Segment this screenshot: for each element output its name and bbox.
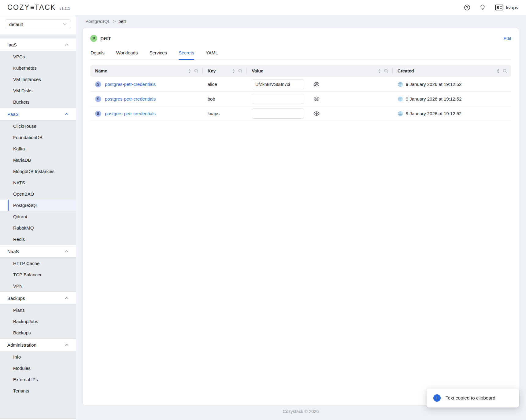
sidebar-item-mongodb-instances[interactable]: MongoDB Instances	[0, 166, 76, 177]
sort-icon[interactable]	[188, 69, 191, 73]
sidebar-section-header[interactable]: PaaS	[0, 108, 76, 120]
sidebar-item-kafka[interactable]: Kafka	[0, 143, 76, 154]
sidebar-item-postgresql[interactable]: PostgreSQL	[0, 200, 76, 211]
breadcrumb: PostgreSQL > petr	[83, 15, 519, 28]
tab-services[interactable]: Services	[149, 50, 167, 60]
sidebar-item-redis[interactable]: Redis	[0, 234, 76, 245]
secret-value-input[interactable]	[252, 109, 304, 119]
sidebar-item-tcp-balancer[interactable]: TCP Balancer	[0, 269, 76, 280]
cozystack-logo: COZY≡TACK v1.1.1	[7, 3, 70, 12]
sidebar-item-modules[interactable]: Modules	[0, 363, 76, 374]
sidebar-item-rabbitmq[interactable]: RabbitMQ	[0, 222, 76, 234]
secret-name-link[interactable]: postgres-petr-credentials	[105, 111, 156, 116]
sidebar-item-plans[interactable]: Plans	[0, 304, 76, 316]
sidebar-item-label: Backups	[13, 330, 31, 335]
sidebar-item-label: MongoDB Instances	[13, 169, 54, 174]
secret-value-input[interactable]	[252, 79, 304, 89]
toggle-visibility-button[interactable]	[313, 96, 320, 102]
info-icon: i	[433, 394, 441, 402]
sidebar-section-label: PaaS	[7, 112, 19, 117]
sidebar-section-label: IaaS	[7, 42, 17, 47]
sidebar-item-http-cache[interactable]: HTTP Cache	[0, 258, 76, 269]
sidebar-item-label: Plans	[13, 308, 25, 313]
sidebar-section-header[interactable]: Backups	[0, 292, 76, 304]
sidebar-item-foundationdb[interactable]: FoundationDB	[0, 132, 76, 143]
sidebar-item-label: MariaDB	[13, 157, 31, 163]
column-header-value: Value	[247, 65, 392, 77]
app-header: COZY≡TACK v1.1.1	[0, 0, 526, 15]
sidebar-item-vpn[interactable]: VPN	[0, 280, 76, 292]
globe-icon	[398, 82, 403, 87]
resource-avatar: P	[90, 35, 97, 42]
sidebar-item-backupjobs[interactable]: BackupJobs	[0, 316, 76, 327]
tenant-select[interactable]: default	[5, 19, 71, 29]
sidebar-item-buckets[interactable]: Buckets	[0, 96, 76, 108]
sidebar-item-label: Redis	[13, 237, 25, 242]
table-header-row: Name Key Value	[90, 65, 511, 77]
sidebar-item-backups[interactable]: Backups	[0, 327, 76, 338]
sidebar-item-label: PostgreSQL	[13, 203, 38, 208]
tab-workloads[interactable]: Workloads	[116, 50, 138, 60]
sidebar-item-label: VPN	[13, 283, 23, 289]
sidebar-section-header[interactable]: NaaS	[0, 245, 76, 257]
search-icon[interactable]	[503, 69, 507, 73]
table-row: S postgres-petr-credentials alice	[90, 77, 511, 92]
theme-lightbulb-icon[interactable]	[480, 4, 486, 11]
sidebar-item-label: Info	[13, 354, 21, 359]
sidebar-section-items: Info Modules External IPs Tenants	[0, 351, 76, 396]
sidebar-section-label: NaaS	[7, 249, 19, 254]
search-icon[interactable]	[384, 69, 388, 73]
sidebar-item-clickhouse[interactable]: ClickHouse	[0, 120, 76, 132]
sidebar-item-nats[interactable]: NATS	[0, 177, 76, 188]
sidebar-item-kubernetes[interactable]: Kubernetes	[0, 62, 76, 74]
sidebar-item-label: NATS	[13, 180, 25, 185]
sort-icon[interactable]	[232, 69, 235, 73]
search-icon[interactable]	[194, 69, 198, 73]
sidebar-item-vpcs[interactable]: VPCs	[0, 51, 76, 62]
sidebar-item-label: OpenBAO	[13, 191, 34, 197]
tab-label: Details	[91, 50, 105, 55]
sidebar-item-openbao[interactable]: OpenBAO	[0, 188, 76, 200]
created-timestamp: 9 January 2026 at 19:12:52	[406, 96, 462, 101]
sidebar-section-header[interactable]: Administration	[0, 339, 76, 351]
sidebar-section-items: HTTP Cache TCP Balancer VPN	[0, 257, 76, 292]
resource-card: P petr Edit Details Workloads Services S…	[83, 28, 519, 406]
secret-value-input[interactable]	[252, 94, 304, 104]
breadcrumb-postgresql[interactable]: PostgreSQL	[85, 19, 110, 24]
search-icon[interactable]	[238, 69, 243, 73]
tab-label: Secrets	[179, 50, 194, 55]
sidebar-item-tenants[interactable]: Tenants	[0, 385, 76, 396]
sidebar-item-info[interactable]: Info	[0, 351, 76, 363]
secret-name-link[interactable]: postgres-petr-credentials	[105, 82, 156, 87]
breadcrumb-separator: >	[113, 19, 116, 24]
sort-icon[interactable]	[378, 69, 381, 73]
column-header-key: Key	[203, 65, 247, 77]
sidebar-section-header[interactable]: IaaS	[0, 39, 76, 51]
chevron-up-icon	[65, 113, 69, 115]
sidebar-item-qdrant[interactable]: Qdrant	[0, 211, 76, 222]
sidebar-item-label: ClickHouse	[13, 123, 36, 129]
sidebar-item-label: Kafka	[13, 146, 25, 151]
sidebar-section-naas: NaaS HTTP Cache TCP Balancer VPN	[0, 245, 76, 292]
tab-label: Workloads	[116, 50, 138, 55]
chevron-down-icon	[63, 23, 67, 26]
eye-icon	[313, 97, 320, 101]
tab-bar: Details Workloads Services Secrets YAML	[90, 50, 511, 60]
tab-yaml[interactable]: YAML	[206, 50, 218, 60]
sidebar-item-label: HTTP Cache	[13, 261, 39, 266]
sort-icon[interactable]	[497, 69, 500, 73]
help-icon[interactable]	[464, 4, 470, 11]
toggle-visibility-button[interactable]	[313, 110, 320, 117]
sidebar-item-external-ips[interactable]: External IPs	[0, 374, 76, 385]
secret-name-link[interactable]: postgres-petr-credentials	[105, 96, 156, 101]
edit-button[interactable]: Edit	[503, 36, 511, 41]
tab-details[interactable]: Details	[91, 50, 105, 60]
sidebar: default IaaS VPCs Kubernetes VM Instance…	[0, 15, 76, 420]
sidebar-item-label: RabbitMQ	[13, 225, 34, 230]
toggle-visibility-button[interactable]	[313, 81, 320, 88]
sidebar-item-vm-disks[interactable]: VM Disks	[0, 85, 76, 96]
sidebar-item-mariadb[interactable]: MariaDB	[0, 154, 76, 166]
tab-secrets[interactable]: Secrets	[179, 50, 194, 60]
sidebar-item-vm-instances[interactable]: VM Instances	[0, 74, 76, 85]
user-menu[interactable]: kvaps	[495, 4, 518, 11]
